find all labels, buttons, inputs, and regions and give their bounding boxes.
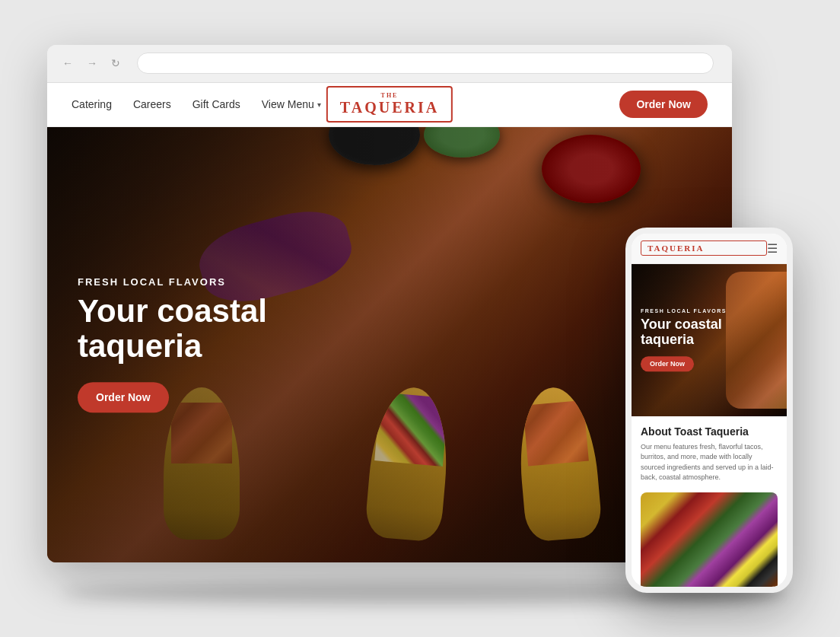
mobile-hero-title: Your coastal taqueria <box>641 317 727 348</box>
mobile-phone: TAQUERIA ☰ FRESH LOCAL FLAVORS Your coas… <box>625 228 793 593</box>
refresh-button[interactable]: ↻ <box>108 56 123 71</box>
site-nav: Catering Careers Gift Cards View Menu ▾ … <box>47 83 732 127</box>
mobile-about-title: About Toast Taqueria <box>641 425 778 438</box>
hero-text: FRESH LOCAL FLAVORS Your coastal taqueri… <box>78 276 267 412</box>
mobile-about-text: Our menu features fresh, flavorful tacos… <box>641 442 778 483</box>
mobile-notch: TAQUERIA ☰ <box>632 234 787 264</box>
address-bar[interactable] <box>137 53 714 74</box>
scene: ← → ↻ Catering Careers Gift Cards View M… <box>47 45 793 593</box>
back-button[interactable]: ← <box>59 56 76 71</box>
mobile-order-button[interactable]: Order Now <box>641 356 694 371</box>
logo-main-text: TAQUERIA <box>340 99 439 116</box>
order-now-button[interactable]: Order Now <box>619 91 708 118</box>
nav-links: Catering Careers Gift Cards View Menu ▾ <box>72 98 321 110</box>
mobile-logo: TAQUERIA <box>641 240 767 256</box>
hero-order-button[interactable]: Order Now <box>78 382 169 412</box>
mobile-hero: FRESH LOCAL FLAVORS Your coastal taqueri… <box>632 264 787 416</box>
mobile-food-grid-image <box>641 492 778 591</box>
nav-view-menu[interactable]: View Menu ▾ <box>262 98 321 110</box>
chevron-down-icon: ▾ <box>317 100 321 109</box>
mobile-hero-text: FRESH LOCAL FLAVORS Your coastal taqueri… <box>641 308 727 371</box>
mobile-hamburger-icon[interactable]: ☰ <box>767 241 778 256</box>
hero-title: Your coastal taqueria <box>78 294 267 364</box>
mobile-about-section: About Toast Taqueria Our menu features f… <box>632 416 787 492</box>
hero-subtitle: FRESH LOCAL FLAVORS <box>78 276 267 288</box>
forward-button[interactable]: → <box>84 56 100 71</box>
browser-chrome: ← → ↻ <box>47 45 732 83</box>
logo-small-text: THE <box>340 92 439 99</box>
nav-careers[interactable]: Careers <box>133 98 171 110</box>
site-logo: THE TAQUERIA <box>326 86 453 123</box>
mobile-hero-subtitle: FRESH LOCAL FLAVORS <box>641 308 727 314</box>
nav-gift-cards[interactable]: Gift Cards <box>192 98 240 110</box>
nav-catering[interactable]: Catering <box>72 98 112 110</box>
